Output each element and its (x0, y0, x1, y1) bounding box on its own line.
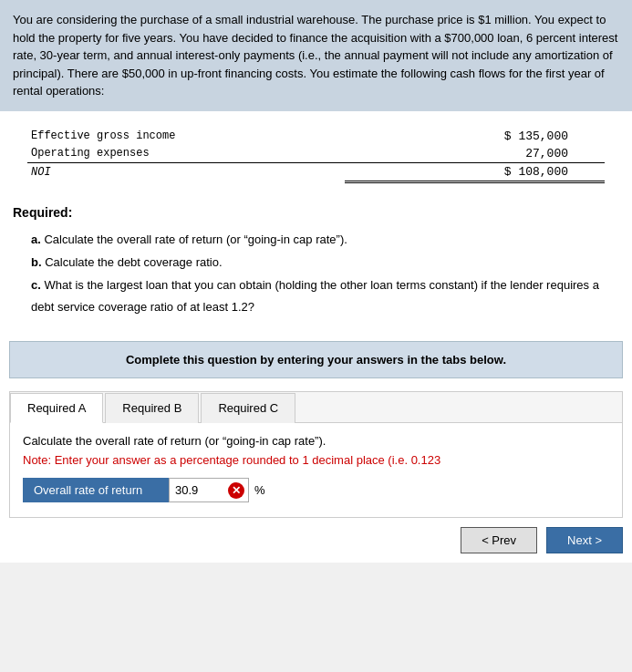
tab-required-a[interactable]: Required A (10, 393, 103, 423)
tabs-container: Required ARequired BRequired C Calculate… (9, 391, 623, 518)
income-label: NOI (27, 162, 345, 181)
answer-input[interactable] (170, 479, 224, 501)
income-table-row: NOI$ 108,000 (27, 162, 605, 181)
bottom-buttons: < Prev Next > (0, 518, 632, 563)
intro-text: You are considering the purchase of a sm… (13, 13, 617, 98)
income-table: Effective gross income$ 135,000Operating… (27, 128, 605, 183)
complete-box: Complete this question by entering your … (9, 341, 623, 378)
answer-input-wrap: ✕ (169, 478, 249, 502)
complete-text: Complete this question by entering your … (126, 353, 506, 367)
required-list-item: a. Calculate the overall rate of return … (31, 229, 619, 250)
tab-required-b[interactable]: Required B (105, 393, 199, 423)
income-label: Effective gross income (27, 128, 345, 145)
income-value: 27,000 (345, 145, 605, 163)
required-heading: Required: (13, 205, 619, 220)
income-value: $ 108,000 (345, 162, 605, 181)
error-icon[interactable]: ✕ (228, 482, 244, 499)
tabs-content: Calculate the overall rate of return (or… (10, 423, 622, 517)
next-button[interactable]: Next > (546, 527, 623, 553)
required-list: a. Calculate the overall rate of return … (13, 229, 619, 318)
tab-required-c[interactable]: Required C (201, 393, 295, 423)
tabs-header: Required ARequired BRequired C (10, 392, 622, 423)
intro-section: You are considering the purchase of a sm… (0, 0, 632, 111)
table-section: Effective gross income$ 135,000Operating… (0, 111, 632, 196)
income-label: Operating expenses (27, 145, 345, 163)
answer-row: Overall rate of return ✕ % (23, 478, 609, 502)
income-value: $ 135,000 (345, 128, 605, 145)
prev-button[interactable]: < Prev (461, 527, 537, 553)
tab-note: Note: Enter your answer as a percentage … (23, 453, 609, 467)
income-table-row: Operating expenses27,000 (27, 145, 605, 163)
required-section: Required: a. Calculate the overall rate … (0, 196, 632, 333)
percent-label: % (254, 483, 265, 497)
main-container: You are considering the purchase of a sm… (0, 0, 632, 563)
required-list-item: b. Calculate the debt coverage ratio. (31, 252, 619, 273)
income-table-row: Effective gross income$ 135,000 (27, 128, 605, 145)
tab-instruction: Calculate the overall rate of return (or… (23, 434, 609, 448)
required-list-item: c. What is the largest loan that you can… (31, 274, 619, 317)
answer-label: Overall rate of return (23, 478, 169, 502)
